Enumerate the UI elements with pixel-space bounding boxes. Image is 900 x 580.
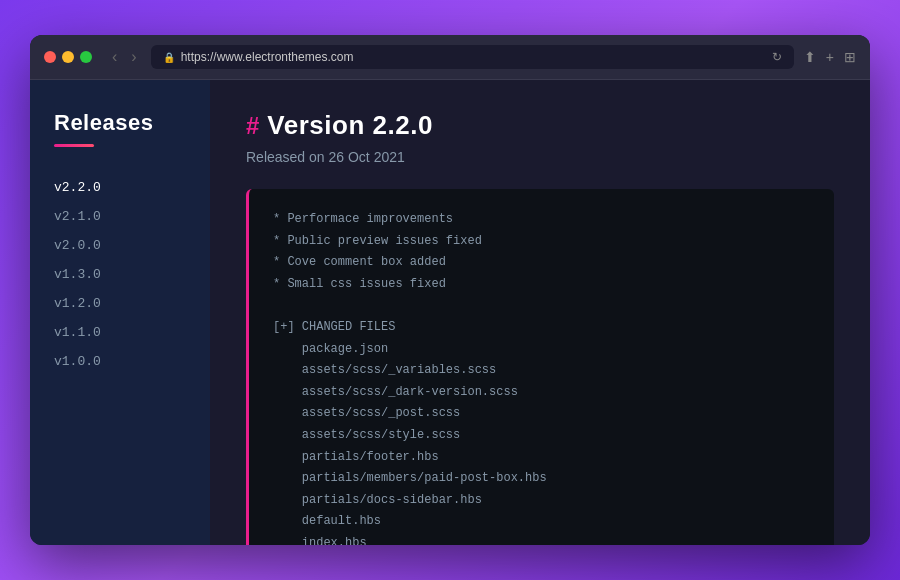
code-line: assets/scss/_post.scss [273, 403, 814, 425]
code-line: index.hbs [273, 533, 814, 545]
version-title: Version 2.2.0 [267, 110, 432, 141]
browser-chrome: ‹ › 🔒 https://www.electronthemes.com ↻ ⬆… [30, 35, 870, 80]
version-header: # Version 2.2.0 [246, 110, 834, 141]
code-line: * Cove comment box added [273, 252, 814, 274]
grid-icon[interactable]: ⊞ [844, 49, 856, 65]
sidebar-title: Releases [54, 110, 186, 136]
code-line: partials/footer.hbs [273, 447, 814, 469]
code-line: * Public preview issues fixed [273, 231, 814, 253]
maximize-button[interactable] [80, 51, 92, 63]
release-date: Released on 26 Oct 2021 [246, 149, 834, 165]
version-item[interactable]: v1.0.0 [54, 349, 186, 374]
code-line: [+] CHANGED FILES [273, 317, 814, 339]
code-line: default.hbs [273, 511, 814, 533]
hash-symbol: # [246, 112, 259, 140]
version-item[interactable]: v1.2.0 [54, 291, 186, 316]
minimize-button[interactable] [62, 51, 74, 63]
browser-content: Releases v2.2.0v2.1.0v2.0.0v1.3.0v1.2.0v… [30, 80, 870, 545]
forward-button[interactable]: › [127, 46, 140, 68]
sidebar-underline [54, 144, 94, 147]
url-text: https://www.electronthemes.com [181, 50, 354, 64]
code-line: package.json [273, 339, 814, 361]
browser-window: ‹ › 🔒 https://www.electronthemes.com ↻ ⬆… [30, 35, 870, 545]
code-content: * Performace improvements* Public previe… [273, 209, 814, 545]
address-bar[interactable]: 🔒 https://www.electronthemes.com ↻ [151, 45, 794, 69]
code-block: * Performace improvements* Public previe… [246, 189, 834, 545]
back-button[interactable]: ‹ [108, 46, 121, 68]
version-item[interactable]: v1.3.0 [54, 262, 186, 287]
version-item[interactable]: v2.1.0 [54, 204, 186, 229]
code-line [273, 295, 814, 317]
lock-icon: 🔒 [163, 52, 175, 63]
traffic-lights [44, 51, 92, 63]
code-line: assets/scss/style.scss [273, 425, 814, 447]
code-line: partials/members/paid-post-box.hbs [273, 468, 814, 490]
main-content: # Version 2.2.0 Released on 26 Oct 2021 … [210, 80, 870, 545]
code-line: assets/scss/_variables.scss [273, 360, 814, 382]
code-line: assets/scss/_dark-version.scss [273, 382, 814, 404]
code-line: * Performace improvements [273, 209, 814, 231]
reload-icon[interactable]: ↻ [772, 50, 782, 64]
version-item[interactable]: v2.2.0 [54, 175, 186, 200]
nav-buttons: ‹ › [108, 46, 141, 68]
version-item[interactable]: v1.1.0 [54, 320, 186, 345]
version-list: v2.2.0v2.1.0v2.0.0v1.3.0v1.2.0v1.1.0v1.0… [54, 175, 186, 374]
close-button[interactable] [44, 51, 56, 63]
code-line: * Small css issues fixed [273, 274, 814, 296]
browser-actions: ⬆ + ⊞ [804, 49, 856, 65]
code-line: partials/docs-sidebar.hbs [273, 490, 814, 512]
version-item[interactable]: v2.0.0 [54, 233, 186, 258]
share-icon[interactable]: ⬆ [804, 49, 816, 65]
sidebar: Releases v2.2.0v2.1.0v2.0.0v1.3.0v1.2.0v… [30, 80, 210, 545]
add-tab-icon[interactable]: + [826, 49, 834, 65]
